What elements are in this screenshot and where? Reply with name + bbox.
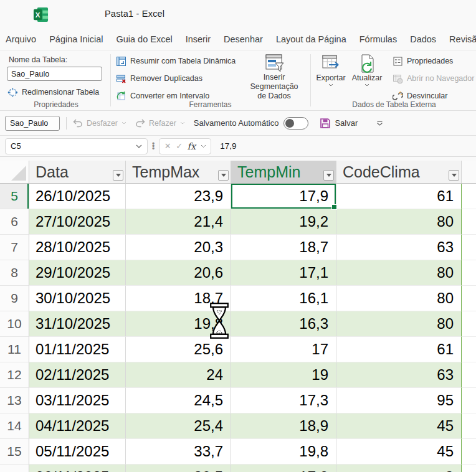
remove-duplicates-button[interactable]: Remover Duplicadas [116, 72, 202, 85]
tab-revisao[interactable]: Revisão [449, 33, 476, 45]
cell-codeclima-row15[interactable]: 45 [336, 439, 462, 465]
row-header-13[interactable]: 13 [0, 388, 29, 413]
cell-codeclima-row8[interactable]: 80 [336, 260, 462, 286]
cell-data-row9[interactable]: 30/10/2025 [29, 286, 126, 311]
cell-empty-row6[interactable] [462, 209, 476, 235]
tab-guia-do-excel[interactable]: Guia do Excel [115, 33, 173, 45]
name-box-chevron[interactable] [136, 144, 142, 148]
cell-data-row15[interactable]: 05/11/2025 [29, 439, 126, 465]
column-header-codeclima[interactable]: CodeClima [336, 161, 462, 184]
summarize-pivot-button[interactable]: Resumir com Tabela Dinâmica [116, 54, 236, 68]
formula-bar-grip[interactable]: ••• [152, 143, 155, 150]
cell-tempmax-row15[interactable]: 33,7 [126, 439, 231, 465]
formula-bar-value[interactable]: 17,9 [220, 141, 236, 151]
cell-tempmin-row16[interactable]: 17,9 [231, 465, 336, 472]
cell-tempmin-row12[interactable]: 19 [231, 362, 336, 388]
row-header-12[interactable]: 12 [0, 362, 29, 388]
column-header-tempmax[interactable]: TempMax [126, 161, 231, 184]
cell-tempmax-row6[interactable]: 21,4 [126, 209, 231, 235]
select-all-corner[interactable] [0, 161, 29, 184]
cell-tempmax-row14[interactable]: 25,4 [126, 413, 231, 439]
row-header-11[interactable]: 11 [0, 337, 29, 362]
tab-dados[interactable]: Dados [409, 33, 437, 45]
cell-tempmin-row13[interactable]: 17,3 [231, 388, 336, 413]
cell-empty-row13[interactable] [462, 388, 476, 413]
cell-tempmax-row10[interactable]: 19,8 [126, 311, 231, 337]
cell-codeclima-row6[interactable]: 80 [336, 209, 462, 235]
cell-codeclima-row13[interactable]: 95 [336, 388, 462, 413]
cell-codeclima-row11[interactable]: 61 [336, 337, 462, 362]
cell-data-row6[interactable]: 27/10/2025 [29, 209, 126, 235]
cell-codeclima-row9[interactable]: 80 [336, 286, 462, 311]
cell-empty-row9[interactable] [462, 286, 476, 311]
external-properties-button[interactable]: Propriedades [393, 54, 453, 68]
cell-tempmax-row16[interactable]: 30,5 [126, 465, 231, 472]
tab-desenhar[interactable]: Desenhar [223, 33, 264, 45]
cell-tempmax-row9[interactable]: 18,7 [126, 286, 231, 311]
row-header-14[interactable]: 14 [0, 413, 29, 439]
tab-layout-da-pagina[interactable]: Layout da Página [275, 33, 347, 45]
cell-data-row13[interactable]: 03/11/2025 [29, 388, 126, 413]
cell-data-row7[interactable]: 28/10/2025 [29, 235, 126, 260]
filter-dropdown-codeclima[interactable] [449, 170, 459, 181]
cell-empty-row11[interactable] [462, 337, 476, 362]
cell-codeclima-row10[interactable]: 80 [336, 311, 462, 337]
tab-formulas[interactable]: Fórmulas [359, 33, 397, 45]
table-name-input[interactable] [7, 67, 102, 81]
cell-tempmin-row11[interactable]: 17 [231, 337, 336, 362]
tab-arquivo[interactable]: Arquivo [5, 33, 37, 45]
row-header-7[interactable]: 7 [0, 235, 29, 260]
cell-tempmin-row15[interactable]: 19,8 [231, 439, 336, 465]
cell-tempmax-row12[interactable]: 24 [126, 362, 231, 388]
cell-tempmax-row11[interactable]: 25,6 [126, 337, 231, 362]
tab-inserir[interactable]: Inserir [185, 33, 211, 45]
row-header-15[interactable]: 15 [0, 439, 29, 465]
cell-data-row14[interactable]: 04/11/2025 [29, 413, 126, 439]
fx-chevron[interactable] [201, 144, 206, 148]
cell-empty-row14[interactable] [462, 413, 476, 439]
cell-tempmax-row7[interactable]: 20,3 [126, 235, 231, 260]
cell-codeclima-row12[interactable]: 63 [336, 362, 462, 388]
row-header-5[interactable]: 5 [0, 184, 29, 209]
cell-empty-row5[interactable] [462, 184, 476, 209]
insert-slicer-button[interactable]: Inserir Segmentação de Dados [244, 53, 304, 101]
cell-tempmax-row5[interactable]: 23,9 [126, 184, 231, 209]
cell-data-row10[interactable]: 31/10/2025 [29, 311, 126, 337]
cell-codeclima-row5[interactable]: 61 [336, 184, 462, 209]
row-header-16[interactable]: 16 [0, 465, 29, 472]
cell-tempmin-row9[interactable]: 16,1 [231, 286, 336, 311]
cell-empty-row8[interactable] [462, 260, 476, 286]
save-button[interactable]: Salvar [320, 118, 358, 129]
cell-tempmin-row7[interactable]: 18,7 [231, 235, 336, 260]
filter-dropdown-data[interactable] [113, 170, 123, 181]
export-button[interactable]: Exportar [313, 54, 348, 87]
table-name-chip[interactable]: Sao_Paulo [5, 116, 60, 131]
cell-tempmax-row8[interactable]: 20,6 [126, 260, 231, 286]
refresh-button[interactable]: Atualizar [348, 54, 386, 87]
cell-tempmin-row8[interactable]: 17,1 [231, 260, 336, 286]
cell-empty-row16[interactable] [462, 465, 476, 472]
cell-data-row11[interactable]: 01/11/2025 [29, 337, 126, 362]
filter-dropdown-tempmin[interactable] [323, 170, 334, 181]
cell-codeclima-row7[interactable]: 63 [336, 235, 462, 260]
resize-table-button[interactable]: Redimensionar Tabela [7, 85, 99, 99]
cell-empty-row12[interactable] [462, 362, 476, 388]
row-header-10[interactable]: 10 [0, 311, 29, 337]
row-header-8[interactable]: 8 [0, 260, 29, 286]
cell-tempmin-row6[interactable]: 19,2 [231, 209, 336, 235]
tab-pagina-inicial[interactable]: Página Inicial [49, 33, 103, 45]
cell-tempmax-row13[interactable]: 24,5 [126, 388, 231, 413]
autosave-toggle[interactable] [283, 117, 308, 130]
cell-tempmin-row5-selected[interactable]: 17,9 [231, 184, 336, 209]
cell-codeclima-row14[interactable]: 45 [336, 413, 462, 439]
customize-qat-chevron[interactable] [376, 121, 383, 126]
row-header-6[interactable]: 6 [0, 209, 29, 235]
cell-codeclima-row16[interactable]: 3 [336, 465, 462, 472]
cell-empty-row15[interactable] [462, 439, 476, 465]
cell-data-row5[interactable]: 26/10/2025 [29, 184, 126, 209]
insert-function-button[interactable]: fx [188, 141, 196, 151]
column-header-data[interactable]: Data [29, 161, 126, 184]
row-header-9[interactable]: 9 [0, 286, 29, 311]
cell-data-row12[interactable]: 02/11/2025 [29, 362, 126, 388]
filter-dropdown-tempmax[interactable] [218, 170, 229, 181]
